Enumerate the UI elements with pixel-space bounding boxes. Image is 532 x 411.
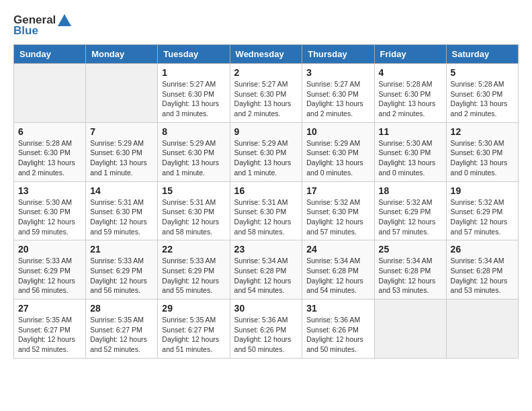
day-info: Sunrise: 5:30 AM Sunset: 6:30 PM Dayligh… (18, 197, 81, 237)
calendar-day-cell: 29Sunrise: 5:35 AM Sunset: 6:27 PM Dayli… (158, 300, 230, 359)
day-info: Sunrise: 5:34 AM Sunset: 6:28 PM Dayligh… (379, 256, 442, 295)
calendar-day-cell: 7Sunrise: 5:29 AM Sunset: 6:30 PM Daylig… (86, 122, 158, 181)
logo: General Blue (13, 13, 72, 38)
day-info: Sunrise: 5:27 AM Sunset: 6:30 PM Dayligh… (234, 79, 298, 119)
day-number: 22 (162, 244, 225, 255)
calendar-day-cell: 20Sunrise: 5:33 AM Sunset: 6:29 PM Dayli… (14, 240, 86, 300)
calendar-week-row: 13Sunrise: 5:30 AM Sunset: 6:30 PM Dayli… (14, 181, 519, 240)
calendar-table: SundayMondayTuesdayWednesdayThursdayFrid… (13, 44, 519, 359)
day-info: Sunrise: 5:33 AM Sunset: 6:29 PM Dayligh… (162, 256, 225, 295)
calendar-day-cell: 14Sunrise: 5:31 AM Sunset: 6:30 PM Dayli… (86, 181, 158, 240)
day-info: Sunrise: 5:29 AM Sunset: 6:30 PM Dayligh… (90, 138, 153, 178)
day-number: 24 (306, 244, 369, 255)
day-number: 9 (234, 126, 298, 137)
weekday-header-cell: Thursday (302, 45, 374, 64)
calendar-day-cell: 9Sunrise: 5:29 AM Sunset: 6:30 PM Daylig… (230, 122, 302, 181)
day-info: Sunrise: 5:35 AM Sunset: 6:27 PM Dayligh… (90, 315, 153, 355)
calendar-week-row: 20Sunrise: 5:33 AM Sunset: 6:29 PM Dayli… (14, 240, 519, 300)
day-number: 8 (162, 126, 225, 137)
calendar-day-cell: 13Sunrise: 5:30 AM Sunset: 6:30 PM Dayli… (14, 181, 86, 240)
day-number: 28 (90, 303, 153, 314)
day-info: Sunrise: 5:36 AM Sunset: 6:26 PM Dayligh… (234, 315, 298, 355)
day-number: 4 (379, 67, 442, 78)
day-number: 29 (162, 303, 225, 314)
day-number: 14 (90, 185, 153, 196)
calendar-day-cell: 30Sunrise: 5:36 AM Sunset: 6:26 PM Dayli… (230, 300, 302, 359)
day-number: 2 (234, 67, 298, 78)
day-info: Sunrise: 5:27 AM Sunset: 6:30 PM Dayligh… (306, 79, 369, 119)
calendar-day-cell: 8Sunrise: 5:29 AM Sunset: 6:30 PM Daylig… (158, 122, 230, 181)
day-number: 3 (306, 67, 369, 78)
calendar-day-cell: 23Sunrise: 5:34 AM Sunset: 6:28 PM Dayli… (230, 240, 302, 300)
calendar-day-cell: 26Sunrise: 5:34 AM Sunset: 6:28 PM Dayli… (446, 240, 518, 300)
day-number: 31 (306, 303, 369, 314)
day-info: Sunrise: 5:29 AM Sunset: 6:30 PM Dayligh… (306, 138, 369, 178)
day-info: Sunrise: 5:28 AM Sunset: 6:30 PM Dayligh… (18, 138, 81, 178)
day-info: Sunrise: 5:31 AM Sunset: 6:30 PM Dayligh… (162, 197, 225, 237)
day-info: Sunrise: 5:29 AM Sunset: 6:30 PM Dayligh… (162, 138, 225, 178)
day-info: Sunrise: 5:33 AM Sunset: 6:29 PM Dayligh… (90, 256, 153, 295)
day-info: Sunrise: 5:30 AM Sunset: 6:30 PM Dayligh… (451, 138, 514, 178)
calendar-week-row: 1Sunrise: 5:27 AM Sunset: 6:30 PM Daylig… (14, 64, 519, 123)
calendar-day-cell: 6Sunrise: 5:28 AM Sunset: 6:30 PM Daylig… (14, 122, 86, 181)
calendar-week-row: 27Sunrise: 5:35 AM Sunset: 6:27 PM Dayli… (14, 300, 519, 359)
day-number: 27 (18, 303, 81, 314)
calendar-day-cell: 1Sunrise: 5:27 AM Sunset: 6:30 PM Daylig… (158, 64, 230, 123)
day-info: Sunrise: 5:30 AM Sunset: 6:30 PM Dayligh… (379, 138, 442, 178)
day-number: 12 (451, 126, 514, 137)
day-number: 11 (379, 126, 442, 137)
day-number: 23 (234, 244, 298, 255)
calendar-day-cell: 5Sunrise: 5:28 AM Sunset: 6:30 PM Daylig… (446, 64, 518, 123)
day-info: Sunrise: 5:27 AM Sunset: 6:30 PM Dayligh… (162, 79, 225, 119)
calendar-day-cell: 18Sunrise: 5:32 AM Sunset: 6:29 PM Dayli… (374, 181, 446, 240)
day-number: 17 (306, 185, 369, 196)
calendar-day-cell: 3Sunrise: 5:27 AM Sunset: 6:30 PM Daylig… (302, 64, 374, 123)
day-number: 10 (306, 126, 369, 137)
weekday-header-cell: Monday (86, 45, 158, 64)
logo-icon (57, 13, 72, 27)
weekday-header-cell: Tuesday (158, 45, 230, 64)
day-number: 21 (90, 244, 153, 255)
day-info: Sunrise: 5:34 AM Sunset: 6:28 PM Dayligh… (234, 256, 298, 295)
day-number: 18 (379, 185, 442, 196)
page-header: General Blue (13, 13, 519, 38)
calendar-day-cell: 17Sunrise: 5:32 AM Sunset: 6:30 PM Dayli… (302, 181, 374, 240)
calendar-day-cell: 27Sunrise: 5:35 AM Sunset: 6:27 PM Dayli… (14, 300, 86, 359)
day-info: Sunrise: 5:36 AM Sunset: 6:26 PM Dayligh… (306, 315, 369, 355)
day-info: Sunrise: 5:34 AM Sunset: 6:28 PM Dayligh… (306, 256, 369, 295)
day-number: 20 (18, 244, 81, 255)
day-info: Sunrise: 5:32 AM Sunset: 6:29 PM Dayligh… (379, 197, 442, 237)
day-number: 30 (234, 303, 298, 314)
day-number: 5 (451, 67, 514, 78)
day-info: Sunrise: 5:29 AM Sunset: 6:30 PM Dayligh… (234, 138, 298, 178)
calendar-day-cell: 4Sunrise: 5:28 AM Sunset: 6:30 PM Daylig… (374, 64, 446, 123)
logo-blue: Blue (13, 24, 38, 38)
calendar-day-cell: 10Sunrise: 5:29 AM Sunset: 6:30 PM Dayli… (302, 122, 374, 181)
calendar-day-cell: 11Sunrise: 5:30 AM Sunset: 6:30 PM Dayli… (374, 122, 446, 181)
calendar-day-cell: 12Sunrise: 5:30 AM Sunset: 6:30 PM Dayli… (446, 122, 518, 181)
day-number: 6 (18, 126, 81, 137)
weekday-header-cell: Sunday (14, 45, 86, 64)
calendar-day-cell: 21Sunrise: 5:33 AM Sunset: 6:29 PM Dayli… (86, 240, 158, 300)
calendar-day-cell: 16Sunrise: 5:31 AM Sunset: 6:30 PM Dayli… (230, 181, 302, 240)
day-info: Sunrise: 5:28 AM Sunset: 6:30 PM Dayligh… (451, 79, 514, 119)
weekday-header-row: SundayMondayTuesdayWednesdayThursdayFrid… (14, 45, 519, 64)
day-info: Sunrise: 5:28 AM Sunset: 6:30 PM Dayligh… (379, 79, 442, 119)
day-number: 25 (379, 244, 442, 255)
calendar-day-cell: 24Sunrise: 5:34 AM Sunset: 6:28 PM Dayli… (302, 240, 374, 300)
calendar-day-cell: 22Sunrise: 5:33 AM Sunset: 6:29 PM Dayli… (158, 240, 230, 300)
day-number: 1 (162, 67, 225, 78)
day-number: 7 (90, 126, 153, 137)
day-info: Sunrise: 5:31 AM Sunset: 6:30 PM Dayligh… (90, 197, 153, 237)
day-number: 15 (162, 185, 225, 196)
calendar-day-cell: 19Sunrise: 5:32 AM Sunset: 6:29 PM Dayli… (446, 181, 518, 240)
calendar-day-cell: 31Sunrise: 5:36 AM Sunset: 6:26 PM Dayli… (302, 300, 374, 359)
calendar-day-cell: 2Sunrise: 5:27 AM Sunset: 6:30 PM Daylig… (230, 64, 302, 123)
day-info: Sunrise: 5:32 AM Sunset: 6:29 PM Dayligh… (451, 197, 514, 237)
day-number: 19 (451, 185, 514, 196)
calendar-week-row: 6Sunrise: 5:28 AM Sunset: 6:30 PM Daylig… (14, 122, 519, 181)
calendar-day-cell (374, 300, 446, 359)
day-info: Sunrise: 5:33 AM Sunset: 6:29 PM Dayligh… (18, 256, 81, 295)
day-info: Sunrise: 5:35 AM Sunset: 6:27 PM Dayligh… (162, 315, 225, 355)
calendar-day-cell: 28Sunrise: 5:35 AM Sunset: 6:27 PM Dayli… (86, 300, 158, 359)
